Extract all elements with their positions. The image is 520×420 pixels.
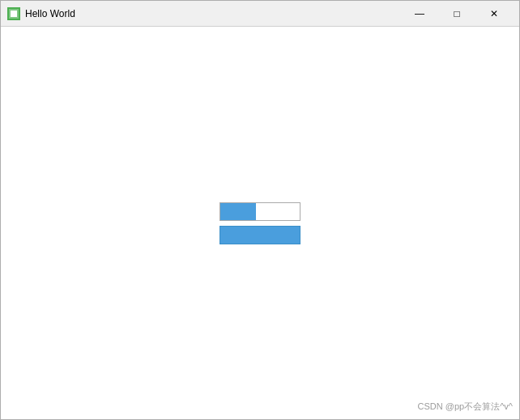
progress-empty (256, 203, 300, 220)
watermark: CSDN @pp不会算法^v^ (418, 401, 513, 413)
maximize-button[interactable]: □ (438, 2, 475, 26)
action-button[interactable] (220, 226, 300, 244)
progress-fill (220, 203, 256, 220)
close-button[interactable]: ✕ (475, 2, 513, 26)
window-content: CSDN @pp不会算法^v^ (1, 27, 519, 419)
controls-container (220, 202, 300, 244)
window-title: Hello World (25, 8, 401, 19)
progress-bar (220, 202, 300, 221)
main-window: Hello World — □ ✕ CSDN @pp不会算法^v^ (0, 0, 520, 420)
window-controls: — □ ✕ (401, 2, 513, 26)
app-icon (7, 7, 20, 20)
title-bar: Hello World — □ ✕ (1, 1, 519, 27)
minimize-button[interactable]: — (401, 2, 438, 26)
svg-rect-2 (11, 11, 17, 17)
